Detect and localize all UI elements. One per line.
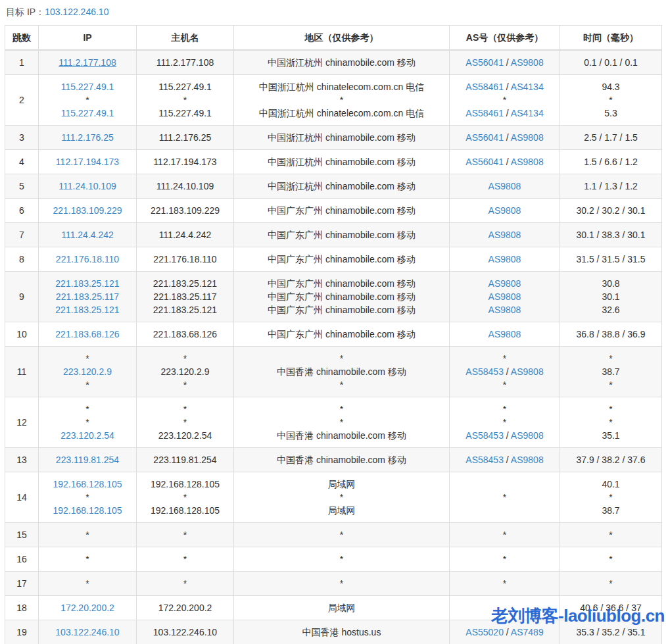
as-link[interactable]: AS9808 <box>511 132 544 143</box>
as-link[interactable]: AS9808 <box>488 291 521 302</box>
ip-link[interactable]: 221.183.109.229 <box>53 205 122 216</box>
as-link[interactable]: AS9808 <box>488 230 521 240</box>
ip-link[interactable]: 112.17.194.173 <box>56 157 119 167</box>
table-row: 14192.168.128.105*192.168.128.105192.168… <box>5 472 662 523</box>
ip-link[interactable]: 111.2.176.25 <box>61 132 114 143</box>
region-cell: 中国香港 hostus.us <box>234 620 450 644</box>
cell-line: 115.227.49.1 <box>41 80 133 93</box>
table-row: 16***** <box>5 547 662 572</box>
region-cell: 局域网 <box>234 596 450 620</box>
cell-line: 103.122.246.10 <box>41 626 133 639</box>
cell-line: 221.183.25.121 <box>41 277 133 290</box>
ip-link[interactable]: 192.168.128.105 <box>53 479 122 489</box>
as-link[interactable]: AS58453 <box>465 366 504 377</box>
as-link[interactable]: AS9808 <box>488 181 521 191</box>
ip-link[interactable]: 172.20.200.2 <box>60 603 114 613</box>
ip-link[interactable]: 223.120.2.9 <box>63 366 112 377</box>
as-link[interactable]: AS9808 <box>511 455 544 465</box>
ip-link[interactable]: 221.183.68.126 <box>55 329 119 339</box>
hop-cell: 5 <box>5 174 39 199</box>
ip-link[interactable]: 111.24.10.109 <box>59 181 116 191</box>
ip-link[interactable]: 221.183.25.121 <box>55 278 119 289</box>
ip-link[interactable]: 223.119.81.254 <box>56 455 119 465</box>
as-link[interactable]: AS58461 <box>465 108 504 118</box>
hostname-cell: 172.20.200.2 <box>137 596 234 620</box>
cell-line: 中国浙江杭州 chinamobile.com 移动 <box>237 155 446 168</box>
ip-link[interactable]: 221.176.18.110 <box>56 254 119 264</box>
cell-line: * <box>237 416 446 429</box>
table-row: 8221.176.18.110221.176.18.110中国广东广州 chin… <box>5 247 662 272</box>
table-row: 13223.119.81.254223.119.81.254中国香港 china… <box>5 448 662 472</box>
ip-link[interactable]: 111.24.4.242 <box>61 230 114 240</box>
cell-line: 103.122.246.10 <box>139 626 231 639</box>
time-cell: 30.1 / 38.3 / 30.1 <box>560 223 662 247</box>
asn-cell: AS58461 / AS4134*AS58461 / AS4134 <box>450 75 560 126</box>
hostname-cell: * <box>137 572 234 596</box>
asn-cell: AS9808AS9808AS9808 <box>450 272 560 322</box>
cell-line: AS56041 / AS9808 <box>452 56 557 69</box>
as-link[interactable]: AS56041 <box>465 132 504 143</box>
hop-cell: 9 <box>5 272 39 322</box>
cell-line: 172.20.200.2 <box>41 601 133 614</box>
cell-line: 中国香港 chinamobile.com 移动 <box>237 453 446 466</box>
asn-cell: * <box>450 572 560 596</box>
cell-line: 5.3 <box>563 107 659 120</box>
as-link[interactable]: AS9808 <box>511 157 544 167</box>
table-header-row: 跳数 IP 主机名 地区（仅供参考） AS号（仅供参考） 时间（毫秒） <box>5 26 662 51</box>
as-link[interactable]: AS9808 <box>511 57 544 68</box>
hop-cell: 17 <box>5 572 39 596</box>
cell-line: 2.5 / 1.7 / 1.5 <box>563 131 659 144</box>
cell-line: * <box>139 528 231 541</box>
ip-link[interactable]: 115.227.49.1 <box>61 108 114 118</box>
as-link[interactable]: AS9808 <box>488 254 521 264</box>
as-link[interactable]: AS9808 <box>511 366 544 377</box>
ip-link[interactable]: 192.168.128.105 <box>53 505 122 516</box>
hostname-cell: * <box>137 523 234 547</box>
asn-cell: AS56041 / AS9808 <box>450 150 560 174</box>
as-link[interactable]: AS56041 <box>465 157 504 167</box>
as-link[interactable]: AS9808 <box>511 430 544 441</box>
as-link[interactable]: AS58453 <box>465 455 504 465</box>
cell-line: 中国香港 chinamobile.com 移动 <box>237 429 446 442</box>
table-row: 4112.17.194.173112.17.194.173中国浙江杭州 chin… <box>5 150 662 174</box>
as-link[interactable]: AS55020 <box>465 627 504 637</box>
region-cell: 中国广东广州 chinamobile.com 移动 <box>234 223 450 247</box>
as-link[interactable]: AS58453 <box>465 430 504 441</box>
as-link[interactable]: AS9808 <box>488 305 521 315</box>
hop-cell: 13 <box>5 448 39 472</box>
cell-line: 32.6 <box>563 303 659 316</box>
as-link[interactable]: AS58461 <box>465 82 504 92</box>
cell-line: AS56041 / AS9808 <box>452 155 557 168</box>
ip-link[interactable]: 111.2.177.108 <box>59 57 116 68</box>
cell-line: 中国广东广州 chinamobile.com 移动 <box>237 253 446 266</box>
hostname-cell: 221.183.68.126 <box>137 322 234 347</box>
table-row: 2115.227.49.1*115.227.49.1115.227.49.1*1… <box>5 75 662 126</box>
cell-line: * <box>139 403 231 416</box>
cell-line: 115.227.49.1 <box>41 107 133 120</box>
as-link[interactable]: AS9808 <box>488 205 521 216</box>
as-link[interactable]: AS56041 <box>465 57 504 68</box>
hop-cell: 7 <box>5 223 39 247</box>
ip-link[interactable]: 103.122.246.10 <box>55 627 119 637</box>
table-header: 跳数 IP 主机名 地区（仅供参考） AS号（仅供参考） 时间（毫秒） <box>5 26 662 51</box>
time-cell: * <box>560 572 662 596</box>
as-link[interactable]: AS9808 <box>488 329 521 339</box>
cell-line: * <box>237 553 446 566</box>
as-link[interactable]: AS4134 <box>511 82 544 92</box>
as-link[interactable]: AS4134 <box>511 108 544 118</box>
ip-link[interactable]: 115.227.49.1 <box>61 82 114 92</box>
time-cell: 31.5 / 31.5 / 31.5 <box>560 247 662 272</box>
ip-link[interactable]: 221.183.25.117 <box>56 291 119 302</box>
traceroute-table: 跳数 IP 主机名 地区（仅供参考） AS号（仅供参考） 时间（毫秒） 1111… <box>5 25 662 644</box>
as-link[interactable]: AS9808 <box>488 278 521 289</box>
target-ip-label: 目标 IP： <box>6 7 45 17</box>
time-cell: 40.6 / 36.6 / 37 <box>560 596 662 620</box>
ip-link[interactable]: 221.183.25.121 <box>55 305 119 315</box>
cell-line: * <box>452 491 557 504</box>
asn-cell: AS9808 <box>450 223 560 247</box>
cell-line: AS9808 <box>452 290 557 303</box>
cell-line: 局域网 <box>237 504 446 517</box>
as-link[interactable]: AS7489 <box>511 627 544 637</box>
cell-line: 111.24.4.242 <box>41 228 133 241</box>
ip-link[interactable]: 223.120.2.54 <box>60 430 114 441</box>
